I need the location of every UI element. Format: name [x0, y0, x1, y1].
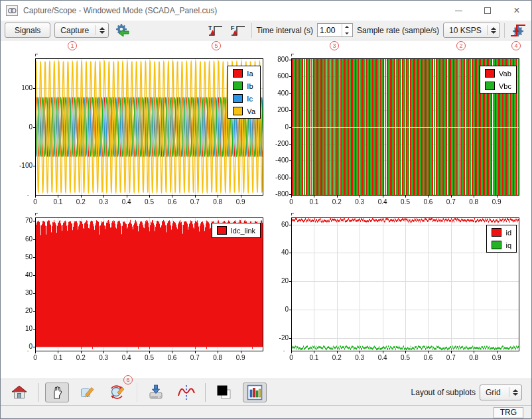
x-tick-mark [35, 196, 36, 198]
x-tick-mark [405, 196, 406, 198]
dq-currents-plot[interactable]: -20020406000.10.20.30.40.50.60.70.80.9ˇi… [291, 217, 519, 351]
x-tick-mark [360, 196, 360, 198]
dq-currents-legend[interactable]: idiq [486, 225, 517, 253]
x-tick-mark [81, 196, 82, 198]
axis-corner-marker[interactable]: ˇ [27, 349, 29, 355]
y-tick-label: 600 [259, 72, 289, 80]
chart-view-button[interactable] [243, 383, 267, 402]
y-tick-label: 60 [3, 235, 33, 243]
maximize-button[interactable] [473, 1, 502, 20]
time-interval-input[interactable] [318, 24, 342, 36]
time-interval-spinbox[interactable] [317, 23, 353, 37]
toolbar-separator [205, 383, 206, 402]
phase-currents-and-voltage-legend[interactable]: IaIbIcVa [228, 66, 261, 119]
x-tick-mark [497, 351, 498, 353]
x-tick-mark [451, 351, 452, 353]
edit-annotation-button[interactable] [76, 383, 100, 402]
zoom-refresh-icon [109, 385, 127, 400]
sine-wave-icon [178, 385, 195, 400]
signals-button[interactable]: Signals [5, 23, 50, 38]
capture-settings-button[interactable] [113, 22, 131, 39]
y-tick-mark [289, 160, 291, 161]
trigger-t-icon: T [207, 23, 224, 38]
x-tick-mark [149, 351, 150, 353]
x-tick-mark [474, 351, 474, 353]
save-button[interactable] [144, 383, 168, 402]
legend-item: Va [233, 107, 255, 115]
y-tick-mark [33, 88, 35, 89]
y-tick-mark [33, 347, 35, 347]
time-interval-label: Time interval (s) [256, 26, 313, 35]
spinner-arrows-icon [509, 389, 521, 396]
dc-link-current-plot[interactable]: 01020304050607000.10.20.30.40.50.60.70.8… [35, 217, 263, 351]
waveform-cursor-button[interactable] [174, 383, 198, 402]
x-tick-mark [451, 196, 452, 198]
axis-corner-marker[interactable]: ˇ [27, 194, 29, 200]
x-tick-label: 0.1 [304, 354, 324, 361]
layout-of-subplots-label: Layout of subplots [411, 388, 476, 397]
y-tick-mark [33, 329, 35, 329]
x-tick-label: 0.2 [327, 198, 347, 206]
pan-hand-icon [50, 385, 64, 400]
dq-currents-canvas[interactable] [291, 217, 519, 351]
line-voltages-plot[interactable]: -800-600-400-200020040060080000.10.20.30… [291, 58, 519, 196]
sample-rate-combo[interactable]: 10 KSPS [443, 23, 500, 38]
spin-down-icon[interactable] [342, 30, 352, 37]
x-tick-mark [127, 351, 127, 353]
phase-currents-and-voltage-plot[interactable]: -100010000.10.20.30.40.50.60.70.80.9ˇIaI… [35, 58, 263, 196]
trigger-settings-button[interactable] [509, 22, 527, 39]
x-tick-mark [405, 351, 406, 353]
pan-button[interactable] [45, 383, 69, 402]
minimize-button[interactable] [444, 1, 473, 20]
x-tick-mark [218, 351, 218, 353]
x-tick-label: 0.9 [487, 198, 507, 206]
capture-mode-combo[interactable]: Capture [54, 23, 109, 38]
x-tick-mark [81, 351, 82, 353]
close-button[interactable]: × [502, 1, 531, 20]
x-tick-mark [360, 351, 360, 353]
y-tick-mark [33, 166, 35, 166]
y-tick-label: 400 [259, 90, 289, 97]
x-tick-mark [127, 196, 127, 198]
color-swatches-button[interactable] [212, 383, 236, 402]
sample-rate-value: 10 KSPS [444, 26, 487, 35]
sample-rate-label: Sample rate (sample/s) [357, 26, 439, 35]
x-tick-mark [195, 196, 196, 198]
x-tick-label: 0.2 [327, 354, 347, 361]
line-voltages-legend[interactable]: VabVbc [480, 66, 517, 93]
x-tick-label: 0.5 [139, 198, 159, 206]
y-tick-mark [33, 221, 35, 221]
x-tick-label: 0.4 [117, 354, 137, 361]
trigger-falling-f-button[interactable]: F [229, 22, 247, 39]
layout-combo[interactable]: Grid [480, 385, 522, 400]
gear-trigger-icon [509, 23, 527, 38]
dc-link-current-legend[interactable]: Idc_link [212, 223, 261, 238]
y-tick-mark [33, 127, 35, 128]
x-tick-label: 0.2 [71, 198, 91, 206]
axis-top-marker [35, 213, 38, 215]
x-tick-label: 0.5 [139, 354, 159, 361]
axis-corner-marker[interactable]: ˇ [283, 194, 285, 200]
legend-item: Vbc [485, 82, 511, 90]
x-tick-label: 0.4 [373, 354, 393, 361]
x-tick-label: 0.1 [48, 198, 68, 206]
spin-up-icon[interactable] [342, 24, 352, 30]
x-tick-mark [218, 196, 218, 198]
y-tick-label: 40 [3, 271, 33, 278]
time-interval-spin-buttons[interactable] [342, 24, 352, 36]
y-tick-label: -600 [259, 174, 289, 181]
close-icon: × [513, 5, 519, 17]
axis-top-marker [291, 54, 294, 56]
trigger-rising-t-button[interactable]: T [206, 22, 225, 39]
x-tick-label: 0.4 [373, 198, 393, 206]
y-tick-label: -100 [3, 162, 33, 169]
x-tick-label: 0.5 [395, 354, 415, 361]
legend-label: Ic [247, 95, 253, 103]
axis-corner-marker[interactable]: ˇ [283, 349, 285, 355]
y-tick-mark [289, 338, 291, 339]
home-button[interactable] [7, 383, 31, 402]
x-tick-label: 0.7 [185, 354, 205, 361]
x-tick-mark [58, 351, 58, 353]
zoom-edit-button[interactable] [106, 383, 130, 402]
legend-item: Ib [233, 82, 255, 90]
